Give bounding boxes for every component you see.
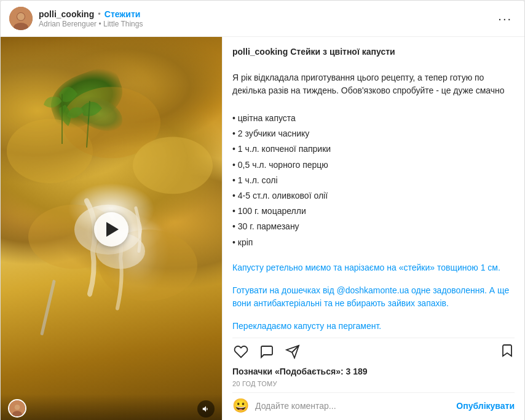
publish-button[interactable]: Опублікувати [456, 401, 515, 411]
like-button[interactable] [232, 343, 250, 360]
caption-title: Стейки з цвітної капусти [290, 47, 395, 57]
username[interactable]: polli_cooking [39, 9, 94, 19]
play-button[interactable] [94, 212, 128, 247]
ingredient-7: • 100 г. моцарелли [232, 204, 515, 219]
instruction-1: Капусту ретельно миємо та нарізаємо на «… [232, 261, 515, 274]
food-image [1, 37, 222, 420]
ingredient-8: • 30 г. пармезану [232, 219, 515, 234]
mute-icon [202, 405, 210, 413]
ingredient-3: • 1 ч.л. копченої паприки [232, 141, 515, 157]
ingredients-list: • цвітна капуста • 2 зубчики часнику • 1… [232, 111, 515, 250]
ingredient-1: • цвітна капуста [232, 111, 515, 126]
follow-button[interactable]: Стежити [105, 9, 141, 19]
emoji-button[interactable]: 😀 [232, 398, 249, 414]
likes-count: Позначки «Подобається»: 3 189 [232, 364, 515, 379]
caption-text-1: Я рік відкладала приготування цього реце… [232, 73, 505, 95]
share-icon [285, 344, 300, 359]
more-options-button[interactable]: ··· [494, 9, 516, 28]
post-header: polli_cooking • Стежити Adrian Berenguer… [1, 1, 524, 37]
user-avatar-small[interactable] [8, 399, 26, 418]
svg-rect-11 [40, 280, 56, 336]
header-info: polli_cooking • Стежити Adrian Berenguer… [39, 9, 494, 28]
share-button[interactable] [284, 343, 301, 360]
svg-point-3 [17, 13, 25, 20]
instruction-3: Перекладаємо капусту на пергамент. [232, 320, 515, 333]
post-media [1, 37, 222, 420]
mute-button[interactable] [197, 400, 215, 418]
svg-point-15 [15, 405, 20, 410]
comment-input[interactable] [255, 401, 450, 411]
ingredient-5: • 1 ч.л. солі [232, 173, 515, 188]
post-body: polli_cookingСтейки з цвітної капусти Я … [1, 37, 524, 420]
sub-dot: • [98, 20, 101, 28]
bookmark-icon [500, 343, 515, 358]
post-actions [232, 338, 515, 364]
heart-icon [234, 344, 248, 359]
follow-dot: • [98, 9, 101, 18]
comment-icon [259, 344, 274, 359]
post-caption: polli_cookingСтейки з цвітної капусти Я … [232, 46, 515, 97]
sub-user: Adrian Berenguer [39, 20, 97, 28]
caption-username[interactable]: polli_cooking [232, 47, 288, 57]
post-content: polli_cookingСтейки з цвітної капусти Я … [222, 37, 524, 420]
comment-button[interactable] [258, 343, 275, 360]
ingredient-2: • 2 зубчики часнику [232, 126, 515, 141]
profile-avatar[interactable] [9, 7, 33, 30]
header-subtitle: Adrian Berenguer • Little Things [39, 20, 494, 28]
comment-area: 😀 Опублікувати [232, 392, 515, 414]
sub-thing: Little Things [103, 20, 143, 28]
ingredient-9: • кріп [232, 235, 515, 250]
save-button[interactable] [500, 343, 515, 360]
action-icons [232, 343, 500, 360]
post-container: polli_cooking • Стежити Adrian Berenguer… [0, 0, 525, 420]
ingredient-6: • 4-5 ст.л. оливкової олії [232, 188, 515, 204]
ingredient-4: • 0,5 ч.л. чорного перцю [232, 157, 515, 173]
timestamp: 20 год тому [232, 379, 515, 392]
media-controls [1, 394, 222, 420]
svg-point-6 [133, 137, 213, 194]
instruction-2: Готувати на дошечках від @doshkamonte.ua… [232, 284, 515, 310]
